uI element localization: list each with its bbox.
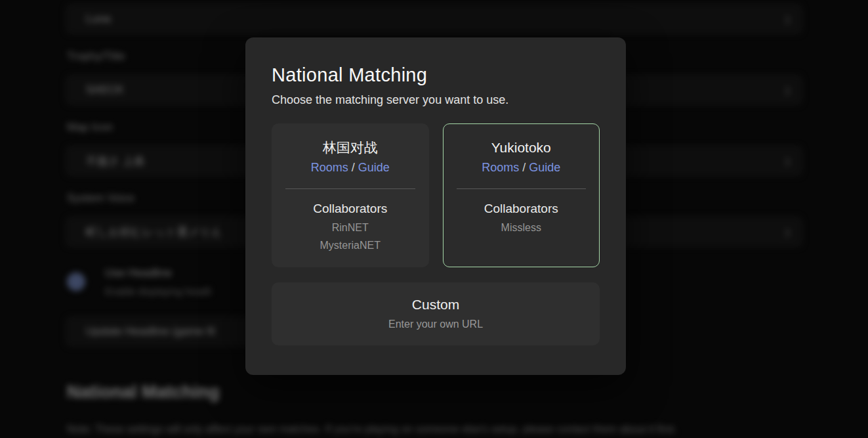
server-name: Yukiotoko: [456, 139, 587, 156]
server-links: Rooms / Guide: [456, 161, 587, 175]
rooms-link[interactable]: Rooms: [311, 161, 348, 174]
collaborators-label: Collaborators: [456, 202, 587, 216]
custom-server-card[interactable]: Custom Enter your own URL: [272, 282, 600, 345]
modal-title: National Matching: [272, 65, 600, 86]
server-card-yukiotoko[interactable]: Yukiotoko Rooms / Guide Collaborators Mi…: [443, 123, 600, 267]
collaborator-name: Missless: [456, 222, 587, 234]
modal-subtitle: Choose the matching server you want to u…: [272, 93, 600, 107]
collaborators-label: Collaborators: [285, 202, 416, 216]
card-divider: [285, 188, 415, 189]
collaborator-name: MysteriaNET: [285, 240, 416, 252]
collaborator-name: RinNET: [285, 222, 416, 234]
server-card-linguo[interactable]: 林国对战 Rooms / Guide Collaborators RinNET …: [272, 123, 429, 267]
national-matching-modal: National Matching Choose the matching se…: [245, 37, 626, 375]
server-name: 林国对战: [285, 139, 416, 156]
card-divider: [457, 188, 587, 189]
screen: Luna ❯ Trophy/Title SAECK ❯ Map Icon 不腹さ…: [0, 0, 868, 438]
link-separator: /: [352, 161, 355, 174]
guide-link[interactable]: Guide: [529, 161, 560, 174]
custom-card-title: Custom: [412, 297, 459, 313]
server-links: Rooms / Guide: [285, 161, 416, 175]
custom-card-subtitle: Enter your own URL: [388, 318, 483, 330]
link-separator: /: [522, 161, 526, 174]
guide-link[interactable]: Guide: [358, 161, 390, 174]
rooms-link[interactable]: Rooms: [482, 161, 519, 174]
server-options-row: 林国对战 Rooms / Guide Collaborators RinNET …: [272, 123, 600, 267]
